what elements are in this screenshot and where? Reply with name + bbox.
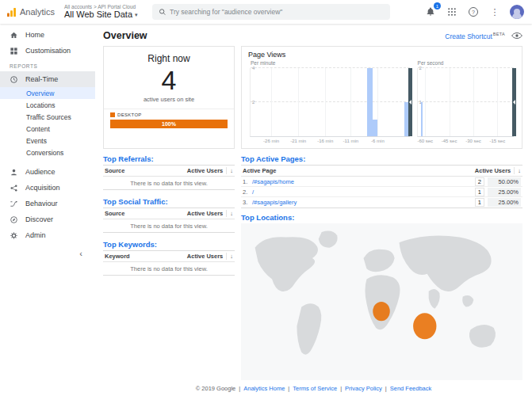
avatar[interactable] (510, 5, 524, 19)
customisation-icon (9, 46, 18, 55)
sidebar-item-admin[interactable]: Admin (0, 227, 95, 243)
search-box[interactable] (152, 4, 390, 20)
active-users-percent: 25.00% (488, 188, 521, 196)
notifications-button[interactable]: 1 (424, 6, 437, 18)
app-title: Analytics (20, 7, 55, 17)
page-views-title: Page Views (248, 51, 515, 59)
scrubber-arrow-icon (513, 100, 515, 105)
location-marker[interactable] (373, 302, 390, 321)
continent-greenland (319, 231, 338, 248)
sidebar-sublabel: Overview (26, 89, 54, 97)
top-active-pages-section: Top Active Pages: Active Page Active Use… (241, 154, 522, 208)
top-bar: Analytics All accounts > API Portal Clou… (0, 0, 532, 24)
insights-icon[interactable] (511, 32, 522, 40)
active-users-value: 2 (475, 177, 484, 186)
footer-link-feedback[interactable]: Send Feedback (390, 385, 432, 392)
desktop-usage-value: 100% (162, 121, 176, 127)
home-icon (9, 30, 18, 40)
more-button[interactable]: ⋮ (488, 6, 501, 18)
create-shortcut-link[interactable]: Create ShortcutBETA (445, 32, 505, 40)
copyright: © 2019 Google (196, 385, 236, 392)
table-row: 3. /#sagapis/gallery 1 25.00% (241, 197, 522, 208)
sidebar-item-locations[interactable]: Locations (0, 99, 95, 111)
sidebar-label: Admin (25, 231, 46, 239)
column-header: Source (105, 167, 187, 174)
row-index: 2. (243, 188, 252, 196)
column-header: Active Users (187, 210, 223, 217)
footer-link-analytics-home[interactable]: Analytics Home (243, 385, 285, 392)
sidebar-item-customisation[interactable]: Customisation (0, 43, 95, 59)
sidebar-item-content[interactable]: Content (0, 123, 95, 135)
sidebar-label: Real-Time (25, 75, 58, 83)
desktop-usage-bar: 100% (110, 120, 228, 128)
clock-icon (9, 74, 18, 84)
section-title: Top Social Traffic: (103, 197, 235, 206)
world-map (241, 223, 522, 380)
person-icon (9, 167, 18, 177)
overview-content: Right now 4 active users on site DESKTOP… (95, 43, 532, 380)
active-page-link[interactable]: / (252, 188, 475, 196)
continent-north-america (255, 237, 318, 291)
top-keywords-section: Top Keywords: Keyword Active Users ↓ The… (103, 240, 235, 276)
search-input[interactable] (170, 8, 384, 16)
sidebar-sublabel: Traffic Sources (26, 113, 71, 121)
section-title: Top Keywords: (103, 240, 235, 249)
page-title: Overview (103, 30, 147, 41)
gear-icon (9, 230, 18, 240)
sidebar-item-audience[interactable]: Audience (0, 164, 95, 180)
per-second-chart: 12-60 sec-45 sec-30 sec-15 sec (417, 68, 514, 137)
active-page-link[interactable]: /#sagapis/home (252, 178, 475, 185)
chart-scrubber[interactable] (408, 68, 412, 136)
desktop-legend-swatch (110, 112, 115, 117)
sidebar-item-discover[interactable]: Discover (0, 211, 95, 227)
scrubber-arrow-icon (409, 100, 411, 105)
page-views-card: Page Views Per minute 24-26 min-21 min-1… (241, 46, 522, 149)
region-india (429, 289, 440, 309)
property-selector[interactable]: All Web Site Data (64, 10, 132, 20)
footer-link-privacy[interactable]: Privacy Policy (345, 385, 382, 392)
sidebar-label: Discover (25, 215, 53, 223)
per-minute-panel: Per minute 24-26 min-21 min-16 min-11 mi… (248, 60, 411, 147)
sidebar-label: Behaviour (25, 200, 58, 208)
active-page-link[interactable]: /#sagapis/gallery (252, 199, 475, 206)
section-title: Top Referrals: (103, 154, 235, 163)
separator: | (288, 385, 289, 392)
active-users-value: 1 (475, 188, 484, 196)
location-marker[interactable] (413, 313, 436, 339)
sidebar-item-conversions[interactable]: Conversions (0, 147, 95, 158)
separator: | (385, 385, 387, 392)
help-button[interactable]: ? (467, 6, 480, 18)
sidebar-item-acquisition[interactable]: Acquisition (0, 180, 95, 196)
top-social-traffic-section: Top Social Traffic: Source Active Users … (103, 197, 235, 233)
apps-grid-icon (447, 7, 457, 17)
sidebar: Home Customisation REPORTS Real-Time Ove… (0, 24, 95, 396)
sidebar-item-traffic-sources[interactable]: Traffic Sources (0, 111, 95, 123)
continent-australia (469, 325, 496, 348)
collapse-sidebar-button[interactable]: ‹ (0, 249, 95, 258)
sort-descending-icon[interactable]: ↓ (226, 253, 233, 260)
sidebar-item-overview[interactable]: Overview (0, 87, 95, 99)
chart-scrubber[interactable] (512, 68, 516, 136)
sort-descending-icon[interactable]: ↓ (514, 167, 521, 174)
section-title: Top Active Pages: (241, 154, 522, 163)
column-header: Active Users (187, 253, 223, 260)
create-shortcut-label: Create Shortcut (445, 32, 492, 40)
account-selector[interactable]: All accounts > API Portal Cloud All Web … (64, 5, 138, 19)
footer-link-terms[interactable]: Terms of Service (293, 385, 337, 392)
active-users-caption: active users on site (104, 96, 234, 103)
analytics-logo[interactable]: Analytics (6, 7, 55, 17)
sidebar-item-home[interactable]: Home (0, 27, 95, 43)
sort-descending-icon[interactable]: ↓ (226, 167, 233, 174)
behaviour-icon (9, 199, 18, 208)
sidebar-item-realtime[interactable]: Real-Time (0, 71, 95, 87)
apps-button[interactable] (446, 6, 458, 18)
sidebar-item-behaviour[interactable]: Behaviour (0, 196, 95, 211)
sort-descending-icon[interactable]: ↓ (226, 210, 233, 217)
beta-badge: BETA (493, 32, 505, 36)
column-header: Active Page (243, 167, 475, 174)
continent-south-america (297, 303, 321, 354)
sidebar-sublabel: Locations (26, 101, 55, 109)
per-minute-chart: 24-26 min-21 min-16 min-11 min-6 min (250, 68, 410, 137)
column-header: Keyword (105, 253, 187, 260)
sidebar-item-events[interactable]: Events (0, 135, 95, 147)
